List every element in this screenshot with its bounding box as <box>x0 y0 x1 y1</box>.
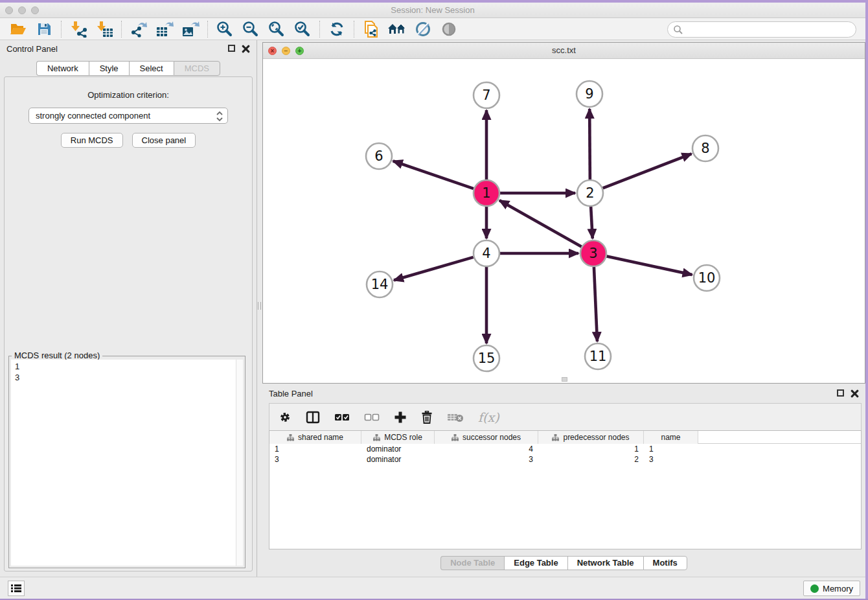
network-graph[interactable]: 1234678910111415 <box>263 59 865 383</box>
search-box[interactable] <box>667 21 856 38</box>
tab-mcds[interactable]: MCDS <box>174 61 220 76</box>
table-tabs: Node Table Edge Table Network Table Moti… <box>262 556 865 570</box>
column-header-mcds-role[interactable]: MCDS role <box>361 431 435 444</box>
refresh-icon[interactable] <box>324 19 350 39</box>
tab-style[interactable]: Style <box>89 61 129 76</box>
network-canvas[interactable]: 1234678910111415 <box>263 59 865 383</box>
tab-network-table[interactable]: Network Table <box>567 556 643 570</box>
close-panel-icon[interactable] <box>242 45 250 53</box>
table-row[interactable]: 1 dominator 4 1 1 <box>269 444 861 454</box>
graph-node-label-2: 2 <box>586 185 594 201</box>
cell-mcds-role[interactable]: dominator <box>361 444 435 454</box>
network-view-window: × − + scc.txt 1234678910111415 <box>262 42 865 384</box>
toolbar-separator <box>207 21 208 38</box>
task-history-button[interactable] <box>8 581 25 596</box>
edge-3-1[interactable] <box>499 200 582 246</box>
cell-shared-name[interactable]: 1 <box>269 444 361 454</box>
graph-node-label-7: 7 <box>482 87 490 103</box>
table-row[interactable]: 3 dominator 3 2 3 <box>269 454 861 465</box>
mcds-result-text[interactable]: 1 3 <box>11 360 236 566</box>
open-session-icon[interactable] <box>5 19 31 39</box>
column-header-shared-name[interactable]: shared name <box>269 431 361 444</box>
desktop-strip-right <box>865 0 868 600</box>
cell-predecessor-nodes[interactable]: 1 <box>538 444 644 454</box>
export-table-icon[interactable] <box>152 19 177 39</box>
cell-successor-nodes[interactable]: 3 <box>435 454 538 465</box>
toolbar-separator <box>354 21 354 38</box>
main-toolbar <box>0 18 865 40</box>
zoom-selected-icon[interactable] <box>290 19 315 39</box>
column-sort-icon <box>373 434 380 441</box>
cell-predecessor-nodes[interactable]: 2 <box>538 454 644 465</box>
column-header-predecessor-nodes[interactable]: predecessor nodes <box>538 431 644 444</box>
tab-edge-table[interactable]: Edge Table <box>504 556 567 570</box>
vertical-splitter-handle[interactable] <box>258 302 261 310</box>
graph-node-label-4: 4 <box>482 246 490 261</box>
graph-node-label-3: 3 <box>589 246 597 261</box>
edge-1-6[interactable] <box>393 161 474 189</box>
edge-3-10[interactable] <box>607 256 692 275</box>
edge-4-14[interactable] <box>394 257 474 281</box>
toolbar-separator <box>61 21 62 38</box>
cell-mcds-role[interactable]: dominator <box>361 454 435 465</box>
cell-name[interactable]: 3 <box>644 454 698 465</box>
tab-node-table[interactable]: Node Table <box>440 556 504 570</box>
result-scrollbar[interactable] <box>236 360 243 566</box>
export-image-icon[interactable] <box>177 19 203 39</box>
toolbar-separator <box>121 21 122 38</box>
network-window-title: scc.txt <box>263 45 865 55</box>
column-header-name[interactable]: name <box>644 431 698 444</box>
edge-2-8[interactable] <box>603 154 692 188</box>
tab-network[interactable]: Network <box>36 61 89 76</box>
network-window-titlebar: × − + scc.txt <box>263 43 865 59</box>
optimization-criterion-select[interactable]: strongly connected component <box>29 108 228 124</box>
export-network-icon[interactable] <box>126 19 152 39</box>
toolbar-separator <box>319 21 320 38</box>
settings-gear-icon[interactable] <box>279 411 291 424</box>
edge-3-11[interactable] <box>594 267 597 341</box>
result-line: 1 <box>15 361 236 372</box>
zoom-out-icon[interactable] <box>238 19 264 39</box>
import-network-icon[interactable] <box>65 19 91 39</box>
cell-successor-nodes[interactable]: 4 <box>435 444 538 454</box>
edge-2-9[interactable] <box>589 109 590 179</box>
tab-motifs[interactable]: Motifs <box>643 556 687 570</box>
save-session-icon[interactable] <box>31 19 57 39</box>
double-home-icon[interactable] <box>384 19 410 39</box>
graph-node-label-11: 11 <box>589 349 607 364</box>
graph-node-label-9: 9 <box>585 86 593 102</box>
horizontal-splitter-handle[interactable] <box>562 377 567 382</box>
column-chooser-icon[interactable] <box>306 411 320 424</box>
cell-name[interactable]: 1 <box>644 444 698 454</box>
table-panel-header: Table Panel <box>262 385 865 403</box>
search-input[interactable] <box>683 23 856 36</box>
control-panel: Control Panel Network Style Select MCDS … <box>0 40 257 577</box>
control-panel-header: Control Panel <box>0 40 257 58</box>
window-titlebar: Session: New Session <box>0 3 865 18</box>
float-table-panel-icon[interactable] <box>837 389 844 397</box>
float-panel-icon[interactable] <box>228 45 235 52</box>
zoom-in-icon[interactable] <box>212 19 238 39</box>
column-header-successor-nodes[interactable]: successor nodes <box>435 431 538 444</box>
delete-column-trash-icon[interactable] <box>421 411 433 424</box>
tab-select[interactable]: Select <box>129 61 174 76</box>
control-panel-title: Control Panel <box>6 44 58 54</box>
deselect-all-icon[interactable] <box>364 413 380 422</box>
cell-shared-name[interactable]: 3 <box>269 454 361 465</box>
window-title: Session: New Session <box>0 5 865 15</box>
import-table-icon[interactable] <box>91 19 117 39</box>
edge-2-3[interactable] <box>591 207 593 238</box>
zoom-fit-icon[interactable] <box>264 19 290 39</box>
clone-network-icon[interactable] <box>358 19 384 39</box>
memory-button[interactable]: Memory <box>803 581 860 596</box>
select-all-icon[interactable] <box>334 413 350 422</box>
style-brush-icon[interactable] <box>410 19 436 39</box>
run-mcds-button[interactable]: Run MCDS <box>61 133 123 148</box>
optimization-criterion-value: strongly connected component <box>36 111 150 121</box>
close-table-panel-icon[interactable] <box>851 389 859 398</box>
optimization-criterion-label: Optimization criterion: <box>5 90 252 100</box>
eye-icon[interactable] <box>436 19 462 39</box>
add-column-icon[interactable] <box>394 411 407 424</box>
column-sort-icon <box>552 434 559 441</box>
close-panel-button[interactable]: Close panel <box>132 133 196 148</box>
